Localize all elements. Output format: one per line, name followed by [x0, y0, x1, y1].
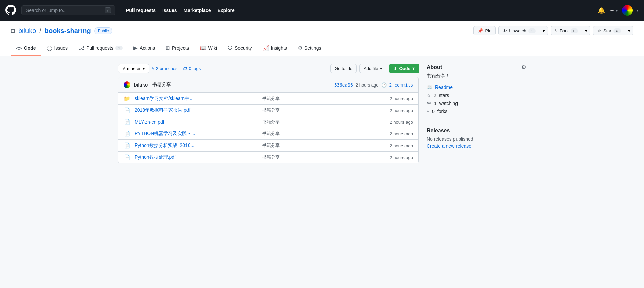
tags-link[interactable]: 🏷 0 tags — [183, 66, 201, 71]
fork-icon: ⑂ — [555, 28, 558, 33]
readme-item: 📖 Readme — [427, 84, 526, 90]
stars-item: ☆ 2 stars — [427, 93, 526, 98]
fork-sm-icon: ⑂ — [427, 109, 429, 114]
pin-button[interactable]: 📌 Pin — [473, 26, 496, 35]
commit-header: biluko 书籍分享 536ea06 2 hours ago 🕐 2 comm… — [118, 77, 418, 93]
book-icon: 📖 — [200, 45, 206, 51]
tab-settings[interactable]: ⚙ Settings — [292, 41, 327, 56]
header-right: 🔔 ＋ ▾ ▾ — [598, 5, 639, 16]
repo-name-link[interactable]: books-sharing — [45, 27, 91, 35]
table-row: 📄 2018年数据科学家报告.pdf 书籍分享 2 hours ago — [118, 105, 418, 116]
search-kbd: / — [105, 7, 111, 13]
tab-security[interactable]: 🛡 Security — [222, 41, 257, 56]
repo-visibility-badge: Public — [94, 27, 113, 34]
file-icon: 📄 — [124, 142, 130, 149]
commit-author: biluko — [134, 82, 148, 88]
tab-actions[interactable]: ▶ Actions — [128, 41, 160, 56]
file-name-link[interactable]: sklearn学习文档/sklearn中... — [135, 96, 258, 102]
commit-avatar — [124, 81, 130, 88]
about-gear-icon[interactable]: ⚙ — [521, 64, 526, 70]
file-name-link[interactable]: Python数据分析实战_2016... — [135, 142, 258, 149]
header-nav-explore[interactable]: Explore — [215, 6, 237, 15]
tab-projects[interactable]: ⊞ Projects — [160, 41, 195, 56]
tab-issues[interactable]: ◯ Issues — [41, 41, 73, 56]
repo-nav: <> Code ◯ Issues ⎇ Pull requests 1 ▶ Act… — [0, 41, 644, 56]
search-bar[interactable]: Search or jump to... / — [21, 5, 115, 15]
table-row: 📄 MLY-zh-cn.pdf 书籍分享 2 hours ago — [118, 116, 418, 128]
branch-info: ⑂ 2 branches 🏷 0 tags — [152, 66, 201, 71]
commit-hash-link[interactable]: 536ea06 — [334, 82, 353, 88]
about-header: About ⚙ — [427, 64, 526, 70]
tab-pull-requests[interactable]: ⎇ Pull requests 1 — [73, 41, 128, 56]
file-commit-msg: 书籍分享 — [262, 154, 386, 160]
go-to-file-button[interactable]: Go to file — [330, 64, 357, 73]
commits-link[interactable]: 2 commits — [389, 82, 413, 88]
add-file-button-group: Add file ▾ — [359, 64, 386, 73]
shield-icon: 🛡 — [228, 45, 233, 51]
file-time: 2 hours ago — [390, 131, 413, 136]
file-name-link[interactable]: Python数据处理.pdf — [135, 154, 258, 160]
chevron-down-icon: ▾ — [412, 66, 415, 71]
branch-bar: ⑂ master ▾ ⑂ 2 branches 🏷 0 tags Go to f… — [118, 64, 419, 73]
repo-owner-link[interactable]: biluko — [18, 27, 36, 35]
readme-link[interactable]: Readme — [435, 84, 453, 90]
watch-dropdown-button[interactable]: ▾ — [540, 26, 548, 35]
create-release-link[interactable]: Create a new release — [427, 143, 471, 149]
header-nav: Pull requests Issues Marketplace Explore — [123, 6, 237, 15]
code-button[interactable]: ⬇ Code ▾ — [389, 64, 419, 73]
forks-count: 0 — [432, 109, 435, 114]
gear-icon: ⚙ — [298, 45, 302, 51]
main-header: Search or jump to... / Pull requests Iss… — [0, 0, 644, 21]
eye-sm-icon: 👁 — [427, 101, 431, 106]
fork-dropdown-button[interactable]: ▾ — [582, 26, 590, 35]
history-icon: 🕐 — [381, 82, 387, 88]
new-menu-button[interactable]: ＋ ▾ — [609, 6, 618, 14]
tab-wiki[interactable]: 📖 Wiki — [195, 41, 222, 56]
chevron-down-icon: ▾ — [143, 66, 145, 71]
branches-link[interactable]: ⑂ 2 branches — [152, 66, 178, 71]
table-row: 📄 Python数据处理.pdf 书籍分享 2 hours ago — [118, 152, 418, 163]
search-placeholder: Search or jump to... — [26, 8, 102, 13]
header-nav-issues[interactable]: Issues — [160, 6, 180, 15]
repo-header: ⊟ biluko / books-sharing Public 📌 Pin 👁 … — [0, 21, 644, 41]
file-name-link[interactable]: 2018年数据科学家报告.pdf — [135, 107, 258, 113]
commit-time: 2 hours ago — [356, 82, 379, 88]
repo-left: ⑂ master ▾ ⑂ 2 branches 🏷 0 tags Go to f… — [118, 64, 419, 163]
watch-button[interactable]: 👁 Unwatch 1 — [498, 26, 540, 35]
releases-no-published: No releases published — [427, 136, 526, 142]
folder-icon: 📁 — [124, 95, 130, 102]
star-dropdown-button[interactable]: ▾ — [625, 26, 633, 35]
main-content: ⑂ master ▾ ⑂ 2 branches 🏷 0 tags Go to f… — [107, 56, 537, 171]
branch-right-btns: Go to file Add file ▾ ⬇ Code ▾ — [330, 64, 419, 73]
file-commit-msg: 书籍分享 — [262, 96, 386, 102]
file-icon: 📄 — [124, 154, 130, 160]
code-sm-icon: ⬇ — [393, 66, 397, 71]
file-icon: 📄 — [124, 119, 130, 125]
header-nav-marketplace[interactable]: Marketplace — [181, 6, 214, 15]
bell-icon[interactable]: 🔔 — [598, 7, 605, 14]
file-time: 2 hours ago — [390, 120, 413, 125]
tab-insights[interactable]: 📈 Insights — [257, 41, 292, 56]
branch-icon: ⑂ — [122, 66, 125, 71]
tag-icon: 🏷 — [183, 66, 187, 71]
forks-item: ⑂ 0 forks — [427, 109, 526, 114]
tab-code[interactable]: <> Code — [11, 41, 41, 56]
github-logo[interactable] — [5, 5, 16, 16]
file-commit-msg: 书籍分享 — [262, 119, 386, 125]
header-nav-pull-requests[interactable]: Pull requests — [123, 6, 158, 15]
stars-count: 2 — [434, 93, 436, 98]
stars-label: stars — [439, 93, 449, 98]
commit-meta: 536ea06 2 hours ago 🕐 2 commits — [334, 82, 413, 88]
add-file-button[interactable]: Add file ▾ — [359, 64, 386, 73]
avatar[interactable] — [622, 5, 633, 16]
star-button[interactable]: ☆ Star 2 — [593, 26, 625, 35]
file-name-link[interactable]: PYTHON机器学习及实践 - ... — [135, 131, 258, 137]
branch-selector-button[interactable]: ⑂ master ▾ — [118, 64, 149, 73]
repo-right: About ⚙ 书籍分享！ 📖 Readme ☆ 2 stars 👁 1 wat… — [427, 64, 526, 163]
releases-section: Releases No releases published Create a … — [427, 122, 526, 149]
about-title: About — [427, 64, 442, 70]
file-name-link[interactable]: MLY-zh-cn.pdf — [135, 119, 258, 125]
about-links: 📖 Readme ☆ 2 stars 👁 1 watching ⑂ 0 fork… — [427, 84, 526, 114]
fork-button[interactable]: ⑂ Fork 0 — [551, 26, 582, 35]
file-commit-msg: 书籍分享 — [262, 107, 386, 113]
